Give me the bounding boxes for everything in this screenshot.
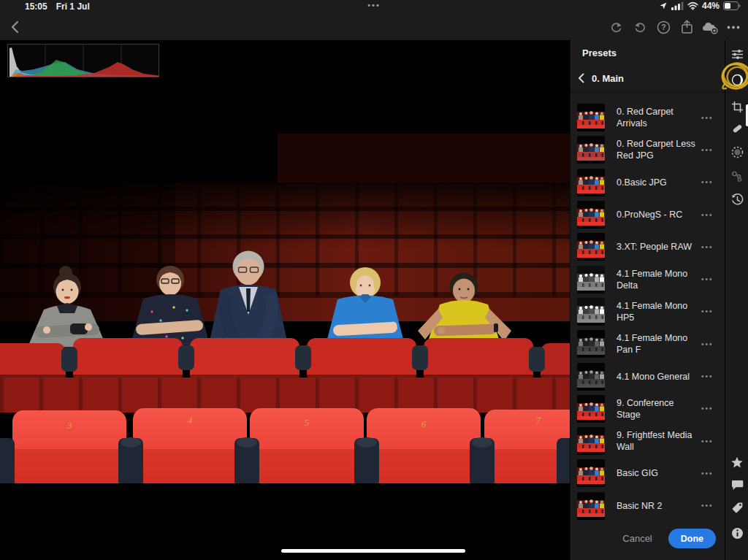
preset-thumbnail xyxy=(577,298,605,326)
done-button[interactable]: Done xyxy=(668,529,716,548)
lightroom-app: 15:05 Fri 1 Jul ••• 44% xyxy=(0,0,748,560)
preset-more-button[interactable]: ••• xyxy=(698,369,714,383)
preset-label: 4.1 Female Mono Delta xyxy=(617,268,698,291)
help-button[interactable]: ? xyxy=(652,18,675,37)
seat-number: 7 xyxy=(536,415,541,426)
preset-more-button[interactable]: ••• xyxy=(698,272,714,286)
preset-list-item[interactable]: 3.XT: People RAW ••• xyxy=(570,231,725,263)
preset-label: 4.1 Female Mono HP5 xyxy=(617,300,698,323)
preset-thumbnail xyxy=(577,492,605,520)
preset-list-item[interactable]: 4.1 Female Mono Delta ••• xyxy=(570,263,725,295)
seat-number: 3 xyxy=(66,420,72,431)
preset-thumbnail xyxy=(577,266,605,294)
tool-rail xyxy=(725,40,748,560)
cloud-sync-button[interactable] xyxy=(698,18,722,37)
preset-label: Basic GIG xyxy=(617,467,698,479)
preset-list-item[interactable]: 4.1 Female Mono Pan F ••• xyxy=(570,328,725,360)
preset-list-item[interactable]: Basic NR 2 ••• xyxy=(570,490,725,522)
preset-more-button[interactable]: ••• xyxy=(698,175,714,189)
preset-label: 4.1 Female Mono Pan F xyxy=(617,332,698,356)
presets-button[interactable] xyxy=(725,69,748,91)
preset-thumbnail xyxy=(577,169,605,196)
healing-button[interactable] xyxy=(725,118,748,139)
preset-label: Basic NR 2 xyxy=(617,500,698,512)
preset-list-item[interactable]: Basic GIG ••• xyxy=(570,457,725,489)
preset-list: 0. Red Carpet Arrivals ••• 0. Red xyxy=(570,101,725,522)
preset-label: 0. Red Carpet Arrivals xyxy=(617,106,698,129)
preset-list-item[interactable]: 9. Conference Stage ••• xyxy=(570,393,725,425)
preset-more-button[interactable]: ••• xyxy=(698,240,714,254)
panel-title: Presets xyxy=(582,47,617,58)
preset-thumbnail xyxy=(577,136,605,164)
preset-more-button[interactable]: ••• xyxy=(698,208,714,222)
preset-thumbnail xyxy=(577,330,605,358)
star-icon xyxy=(730,456,744,469)
preset-label: 9. Frightfest Media Wall xyxy=(617,429,698,453)
top-toolbar: ? xyxy=(0,13,748,40)
sliders-icon xyxy=(731,48,744,61)
histogram-panel[interactable] xyxy=(7,44,159,77)
divider xyxy=(570,92,725,93)
masking-icon xyxy=(731,146,744,158)
preset-list-item[interactable]: 4.1 Mono General ••• xyxy=(570,360,725,392)
preset-thumbnail xyxy=(577,427,605,455)
preset-group-label: 0. Main xyxy=(592,73,624,84)
comment-bubble-icon xyxy=(731,479,744,491)
preset-label: 4.1 Mono General xyxy=(617,371,698,383)
preset-thumbnail xyxy=(577,363,605,391)
preset-list-item[interactable]: 0. Red Carpet Less Red JPG ••• xyxy=(570,134,725,166)
crop-button[interactable] xyxy=(725,96,748,118)
masking-button[interactable] xyxy=(725,141,748,163)
redo-button[interactable] xyxy=(605,18,628,37)
preset-thumbnail xyxy=(577,459,605,487)
preset-list-item[interactable]: 0. Red Carpet Arrivals ••• xyxy=(570,101,725,134)
preset-list-item[interactable]: 0.Basic JPG ••• xyxy=(570,166,725,199)
panel-actions: Cancel Done xyxy=(570,529,725,548)
healing-brush-icon xyxy=(730,122,744,135)
lens-blur-button[interactable] xyxy=(725,165,748,187)
info-button[interactable] xyxy=(725,522,748,544)
tag-icon xyxy=(731,502,744,514)
versions-button[interactable] xyxy=(725,188,748,210)
comments-button[interactable] xyxy=(725,474,748,496)
presets-icon xyxy=(731,74,744,86)
back-button[interactable] xyxy=(6,18,23,36)
location-arrow-icon xyxy=(659,1,668,10)
preset-more-button[interactable]: ••• xyxy=(698,337,714,351)
cancel-button[interactable]: Cancel xyxy=(622,533,652,544)
photo-canvas[interactable]: 3 4 5 6 7 xyxy=(0,40,570,560)
history-clock-icon xyxy=(731,193,744,206)
preset-more-button[interactable]: ••• xyxy=(698,434,714,448)
lens-blur-icon xyxy=(730,169,744,183)
preset-list-item[interactable]: 0.ProNegS - RC ••• xyxy=(570,199,725,231)
preset-thumbnail xyxy=(577,201,605,229)
more-options-button[interactable] xyxy=(722,18,745,37)
preset-label: 0.ProNegS - RC xyxy=(617,209,698,220)
preset-more-button[interactable]: ••• xyxy=(698,499,714,513)
preset-more-button[interactable]: ••• xyxy=(698,111,714,125)
edit-controls-button[interactable] xyxy=(725,43,748,65)
rating-button[interactable] xyxy=(725,451,748,473)
share-button[interactable] xyxy=(675,18,698,37)
preset-list-item[interactable]: 4.1 Female Mono HP5 ••• xyxy=(570,296,725,328)
preset-more-button[interactable]: ••• xyxy=(698,304,714,318)
preset-more-button[interactable]: ••• xyxy=(698,467,714,480)
preset-more-button[interactable]: ••• xyxy=(698,143,714,157)
svg-text:?: ? xyxy=(661,23,665,31)
preset-label: 9. Conference Stage xyxy=(617,397,698,421)
undo-button[interactable] xyxy=(628,18,652,37)
chevron-left-icon xyxy=(578,73,584,83)
seat-number: 6 xyxy=(421,418,427,429)
seat-number: 4 xyxy=(188,415,193,426)
cellular-signal-icon xyxy=(671,1,684,10)
keywords-button[interactable] xyxy=(725,496,748,518)
preset-list-item[interactable]: 9. Frightfest Media Wall ••• xyxy=(570,425,725,457)
preset-thumbnail xyxy=(577,104,605,131)
preset-thumbnail xyxy=(577,233,605,261)
preset-more-button[interactable]: ••• xyxy=(698,402,714,415)
home-indicator[interactable] xyxy=(281,549,465,553)
status-bar: 15:05 Fri 1 Jul ••• 44% xyxy=(0,0,748,13)
info-icon xyxy=(731,527,744,540)
preset-group-back[interactable]: 0. Main xyxy=(578,68,717,88)
seat-number: 5 xyxy=(305,417,310,428)
